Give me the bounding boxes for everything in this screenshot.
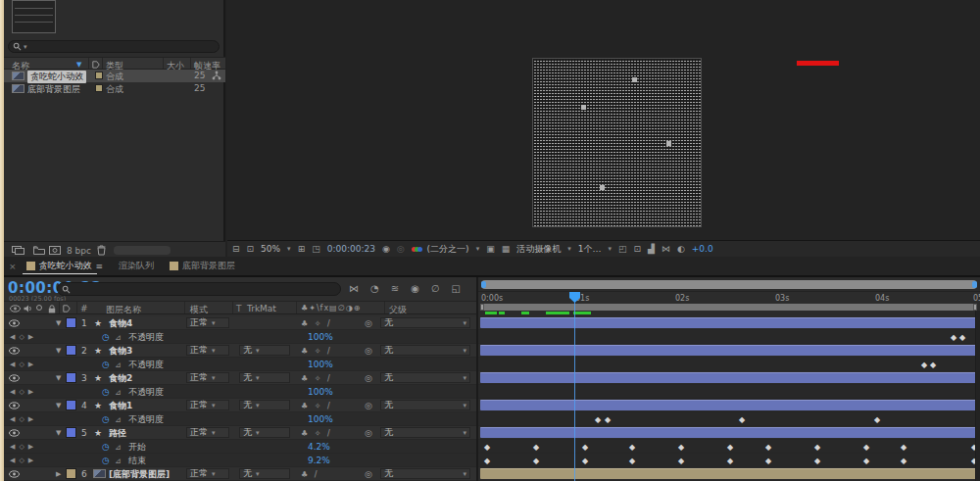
video-eye-icon[interactable] [9,467,20,481]
parent-pickwhip-icon[interactable]: ◎ [365,371,372,385]
layer-name[interactable]: 食物3 [109,344,132,358]
mode-dropdown[interactable]: 正常▾ [186,468,229,479]
navigator-start-handle[interactable] [481,281,486,288]
property-track-row[interactable]: ◆◆ [478,330,980,344]
new-composition-icon[interactable] [49,246,61,255]
keyframe-navigator[interactable]: ◀◇▶ [10,330,37,344]
keyframe-diamond[interactable]: ◆ [533,457,539,465]
layer-duration-bar[interactable] [480,345,976,356]
switches-header-icons[interactable]: ♣✦\fx▤∅◑⊕ [301,304,361,313]
project-item-row[interactable]: 底部背景图层合成25 [4,82,225,95]
tab-inactive[interactable]: 底部背景图层 [162,256,243,276]
layer-row[interactable]: ▼5★路径正常▾无▾♣ ✧ /◎无▾ [4,426,476,440]
keyframe-navigator[interactable]: ◀◇▶ [10,454,37,467]
track-row[interactable] [478,426,980,440]
motion-blur-icon[interactable]: ◉ [411,283,419,294]
tab-inactive[interactable]: 渲染队列 [111,256,162,276]
label-column-icon[interactable] [92,61,100,69]
layer-switches[interactable]: ♣ ✧ / [301,371,332,385]
lock-icon[interactable] [48,305,56,313]
column-parent[interactable]: 父级 [389,304,407,316]
keyframe-diamond[interactable]: ◆ [765,443,771,452]
property-row[interactable]: ◀◇▶◷⊿不透明度100% [4,358,476,371]
track-row[interactable] [478,316,980,330]
track-row[interactable] [478,344,980,358]
property-name[interactable]: 结束 [128,454,146,467]
property-track-row[interactable]: ◆◆◆◆◆◆◆◆◆◆◆ [478,440,980,454]
keyframe-diamond[interactable]: ◆ [533,443,539,452]
layer-expand-triangle[interactable]: ▼ [56,316,61,330]
layer-duration-bar[interactable] [480,468,976,479]
layer-label-chip[interactable] [66,345,76,356]
goal-guides-icon[interactable]: ◰ [618,244,627,254]
graph-toggle-icon[interactable]: ⊿ [115,454,122,467]
label-column-icon[interactable] [63,305,71,313]
property-row[interactable]: ◀◇▶◷⊿不透明度100% [4,412,476,426]
keyframe-diamond[interactable]: ◆ [814,457,820,465]
layer-row[interactable]: ▶6[底部背景图层]正常▾无▾♣ /◎无▾ [4,467,476,481]
exposure-histogram-icon[interactable]: ▟ [648,244,655,254]
parent-pickwhip-icon[interactable]: ◎ [365,316,372,330]
layer-duration-bar[interactable] [480,427,976,438]
stopwatch-icon[interactable]: ◷ [102,385,110,399]
project-bpc-label[interactable]: 8 bpc [67,246,91,256]
keyframe-diamond[interactable]: ◆ [595,415,601,424]
layer-switches[interactable]: ♣ ✧ / [301,426,332,440]
brainstorm-icon[interactable]: ∅ [431,283,440,294]
layer-row[interactable]: ▼3★食物2正常▾无▾♣ ✧ /◎无▾ [4,371,476,385]
keyframe-diamond[interactable]: ◆ [863,457,869,465]
column-layer-name[interactable]: 图层名称 [106,304,141,316]
layer-label-chip[interactable] [66,427,76,438]
keyframe-diamond[interactable]: ◆ [484,443,490,452]
panel-menu-icon[interactable]: ≡ [96,262,104,271]
mode-dropdown[interactable]: 正常▾ [186,400,229,410]
column-t[interactable]: T [236,304,242,313]
exposure-value[interactable]: +0.0 [692,244,713,254]
zoom-chevron-icon[interactable]: ▾ [287,245,291,253]
keyframe-diamond[interactable]: ◆ [582,443,588,452]
grid-guides-icon[interactable]: ⊞ [298,244,306,254]
track-row[interactable] [478,467,980,481]
property-track-row[interactable]: ◆◆ [478,358,980,371]
layer-label-chip[interactable] [66,400,76,410]
layer-switches[interactable]: ♣ ✧ / [301,316,332,330]
layer-name[interactable]: 食物2 [109,371,132,385]
time-navigator-bar[interactable] [481,280,977,289]
layer-duration-bar[interactable] [480,317,976,328]
layer-label-chip[interactable] [66,468,76,479]
keyframe-diamond[interactable]: ◆ [727,457,733,465]
zoom-level-dropdown[interactable]: 50% [261,244,280,254]
property-value[interactable]: 9.2% [308,454,330,467]
track-row[interactable] [478,399,980,412]
mode-dropdown[interactable]: 正常▾ [186,427,229,438]
property-row[interactable]: ◀◇▶◷⊿不透明度100% [4,385,476,399]
views-chevron-icon[interactable]: ▾ [608,245,612,253]
property-track-row[interactable]: ◆◆◆◆◆◆◆◆◆◆◆ [478,454,980,467]
keyframe-diamond[interactable]: ◆ [582,457,588,465]
exposure-reset-icon[interactable]: ◐ [677,244,685,254]
camera-chevron-icon[interactable]: ▾ [567,245,571,253]
audio-speaker-icon[interactable] [24,305,32,313]
comp-mini-flowchart-icon[interactable]: ⋈ [349,283,359,294]
property-name[interactable]: 不透明度 [128,358,164,371]
pixel-aspect-icon[interactable]: ⊡ [633,244,641,254]
layer-label-chip[interactable] [66,317,76,328]
region-of-interest-icon[interactable]: ◳ [312,244,320,254]
stopwatch-icon[interactable]: ◷ [102,412,110,426]
keyframe-navigator[interactable]: ◀◇▶ [10,385,37,399]
keyframe-navigator[interactable]: ◀◇▶ [10,412,37,426]
mini-flowchart-icon[interactable]: ⋈ [662,244,670,254]
work-area-bar[interactable] [480,304,977,311]
layer-row[interactable]: ▼1★食物4正常▾♣ ✧ /◎无▾ [4,316,476,330]
video-eye-icon[interactable] [9,316,20,330]
layer-name[interactable]: 食物1 [109,399,132,412]
graph-toggle-icon[interactable]: ⊿ [115,385,122,399]
layer-name[interactable]: [底部背景图层] [109,467,170,481]
property-name[interactable]: 不透明度 [128,412,164,426]
parent-dropdown[interactable]: 无▾ [380,468,470,479]
keyframe-diamond[interactable]: ◆ [951,333,956,342]
mode-dropdown[interactable]: 正常▾ [186,345,229,356]
layer-expand-triangle[interactable]: ▼ [56,344,61,358]
keyframe-diamond[interactable]: ◆ [901,443,906,452]
parent-dropdown[interactable]: 无▾ [380,427,470,438]
